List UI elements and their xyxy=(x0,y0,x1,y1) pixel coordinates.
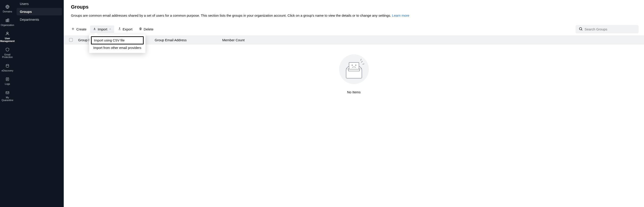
trash-icon xyxy=(139,27,142,31)
col-member-count[interactable]: Member Count xyxy=(222,38,638,42)
organization-icon xyxy=(5,18,10,23)
delete-button[interactable]: Delete xyxy=(136,26,156,33)
svg-point-4 xyxy=(6,64,9,65)
sub-sidebar: Users Groups Departments xyxy=(15,0,64,207)
search-box[interactable] xyxy=(576,25,638,33)
create-label: Create xyxy=(76,27,86,31)
svg-point-3 xyxy=(7,32,8,34)
sidebar-item-departments[interactable]: Departments xyxy=(17,16,62,23)
table-header-row: Group Name Group Email Address Member Co… xyxy=(64,36,644,44)
page-header: Groups Groups are common email addresses… xyxy=(64,0,644,23)
sidebar-item-groups[interactable]: Groups xyxy=(17,8,62,15)
create-button[interactable]: Create xyxy=(68,25,89,33)
main-nav-rail: Domains Organization User Management Ema… xyxy=(0,0,15,207)
rail-label: eDiscovery xyxy=(2,69,13,72)
rail-label: Email Protection xyxy=(2,54,12,59)
ediscovery-icon xyxy=(5,64,10,69)
empty-drawer-icon xyxy=(338,54,370,86)
logs-icon xyxy=(5,77,10,82)
chevron-up-icon xyxy=(109,27,112,31)
rail-item-domains[interactable]: Domains xyxy=(0,4,15,14)
rail-item-logs[interactable]: Logs xyxy=(0,76,15,86)
svg-point-7 xyxy=(579,28,582,30)
col-group-email[interactable]: Group Email Address xyxy=(155,38,222,42)
import-csv-option[interactable]: Import using CSV file xyxy=(91,36,144,44)
user-icon xyxy=(5,31,10,36)
rail-item-my-quarantine[interactable]: My Quarantine xyxy=(0,90,15,102)
import-button[interactable]: Import xyxy=(90,26,114,33)
learn-more-link[interactable]: Learn more xyxy=(392,14,409,17)
search-input[interactable] xyxy=(584,27,636,31)
svg-rect-11 xyxy=(349,63,359,69)
sidebar-item-users[interactable]: Users xyxy=(17,0,62,8)
import-dropdown: Import using CSV file Import from other … xyxy=(89,35,146,53)
rail-item-user-management[interactable]: User Management xyxy=(0,31,15,43)
main-content: Groups Groups are common email addresses… xyxy=(64,0,644,207)
import-icon xyxy=(93,27,96,31)
rail-item-email-protection[interactable]: Email Protection xyxy=(0,47,15,59)
checkbox-icon xyxy=(69,38,73,42)
rail-label: Logs xyxy=(5,83,10,85)
rail-label: User Management xyxy=(0,37,15,42)
rail-label: Organization xyxy=(1,24,14,27)
shield-icon xyxy=(5,47,10,52)
globe-icon xyxy=(5,5,10,10)
search-icon xyxy=(579,27,583,32)
rail-item-organization[interactable]: Organization xyxy=(0,18,15,27)
rail-item-ediscovery[interactable]: eDiscovery xyxy=(0,63,15,73)
export-button[interactable]: Export xyxy=(115,26,135,33)
import-label: Import xyxy=(98,27,108,31)
svg-rect-6 xyxy=(6,92,9,94)
select-all-cell[interactable] xyxy=(69,38,78,42)
plus-icon xyxy=(71,27,75,32)
page-title: Groups xyxy=(71,4,637,10)
export-label: Export xyxy=(123,27,132,31)
page-description-text: Groups are common email addresses shared… xyxy=(71,14,392,17)
toolbar: Create Import Export Delete xyxy=(64,23,644,36)
rail-label: Domains xyxy=(3,10,12,13)
import-other-option[interactable]: Import from other email providers xyxy=(91,44,144,51)
empty-state-text: No Items xyxy=(347,90,360,94)
empty-state: No Items xyxy=(64,44,644,207)
delete-label: Delete xyxy=(144,27,153,31)
export-icon xyxy=(118,27,121,31)
quarantine-icon xyxy=(5,90,10,95)
page-description: Groups are common email addresses shared… xyxy=(71,13,637,18)
rail-label: My Quarantine xyxy=(2,96,13,101)
